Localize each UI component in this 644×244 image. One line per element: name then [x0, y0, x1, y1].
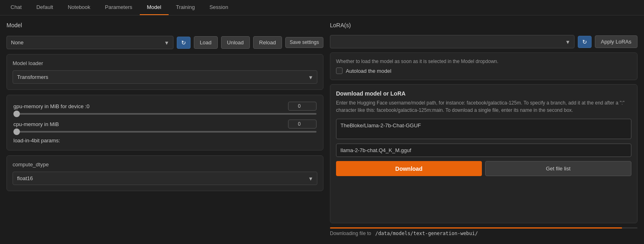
autoload-hint: Whether to load the model as soon as it … [336, 59, 631, 64]
save-settings-button[interactable]: Save settings [285, 37, 323, 48]
tab-chat[interactable]: Chat [3, 0, 29, 15]
gpu-memory-slider[interactable] [13, 113, 317, 115]
autoload-label: Autoload the model [346, 68, 391, 74]
unload-button[interactable]: Unload [221, 36, 250, 49]
autoload-row: Autoload the model [336, 68, 631, 74]
lora-refresh-button[interactable]: ↻ [578, 36, 592, 48]
cpu-memory-header: cpu-memory in MiB [13, 120, 317, 129]
gpu-memory-header: gpu-memory in MiB for device :0 [13, 102, 317, 111]
compute-dtype-card: compute_dtype float16 ▼ [7, 155, 323, 191]
progress-path: /data/models/text-generation-webui/ [373, 230, 479, 237]
tab-default[interactable]: Default [29, 0, 60, 15]
gpu-memory-value-input[interactable] [288, 102, 317, 111]
compute-dtype-label: compute_dtype [13, 161, 317, 168]
model-refresh-button[interactable]: ↻ [177, 37, 191, 49]
download-actions: Download Get file list [336, 161, 631, 176]
filename-input[interactable] [336, 144, 631, 157]
compute-dtype-select[interactable]: float16 [13, 172, 317, 185]
autoload-card: Whether to load the model as soon as it … [330, 52, 637, 80]
main-layout: Model None ▼ ↻ Load Unload Reload Save s… [0, 15, 644, 243]
model-select[interactable]: None [7, 36, 173, 49]
model-path-input[interactable]: TheBloke/Llama-2-7b-Chat-GGUF [336, 119, 631, 139]
progress-bar-track [330, 227, 637, 229]
reload-button[interactable]: Reload [253, 36, 282, 49]
tab-parameters[interactable]: Parameters [98, 0, 139, 15]
download-title: Download model or LoRA [336, 90, 631, 97]
tab-training[interactable]: Training [169, 0, 202, 15]
model-section-label: Model [7, 22, 323, 28]
gpu-memory-row: gpu-memory in MiB for device :0 [13, 102, 317, 115]
model-select-wrap: None ▼ [7, 36, 173, 49]
tab-notebook[interactable]: Notebook [61, 0, 98, 15]
download-button[interactable]: Download [336, 161, 482, 176]
model-row: None ▼ ↻ Load Unload Reload Save setting… [7, 36, 323, 49]
sliders-card: gpu-memory in MiB for device :0 cpu-memo… [7, 95, 323, 150]
cpu-memory-row: cpu-memory in MiB [13, 120, 317, 133]
right-panel: LoRA(s) ▼ ↻ Apply LoRAs Whether to load … [330, 22, 637, 237]
load-button[interactable]: Load [194, 36, 218, 49]
cpu-memory-value-input[interactable] [288, 120, 317, 129]
loader-select-wrap: Transformers ▼ [13, 70, 317, 84]
progress-text: Downloading file to /data/models/text-ge… [330, 230, 637, 237]
progress-area: Downloading file to /data/models/text-ge… [330, 227, 637, 237]
progress-bar-fill [330, 227, 622, 229]
left-panel: Model None ▼ ↻ Load Unload Reload Save s… [7, 22, 323, 237]
apply-loras-button[interactable]: Apply LoRAs [595, 35, 637, 48]
cpu-memory-slider[interactable] [13, 131, 317, 133]
tab-session[interactable]: Session [202, 0, 235, 15]
load-4bit-label: load-in-4bit params: [13, 137, 317, 144]
download-hint: Enter the Hugging Face username/model pa… [336, 99, 631, 114]
download-model-card: Download model or LoRA Enter the Hugging… [330, 84, 637, 223]
top-nav: Chat Default Notebook Parameters Model T… [0, 0, 644, 15]
model-loader-label: Model loader [13, 60, 317, 66]
cpu-memory-label: cpu-memory in MiB [13, 121, 59, 127]
progress-label: Downloading file to [330, 231, 371, 236]
get-file-list-button[interactable]: Get file list [485, 161, 632, 176]
lora-section-label: LoRA(s) [330, 22, 637, 28]
lora-select[interactable] [330, 35, 575, 48]
gpu-memory-label: gpu-memory in MiB for device :0 [13, 103, 89, 109]
model-loader-card: Model loader Transformers ▼ [7, 54, 323, 90]
autoload-checkbox[interactable] [336, 68, 343, 74]
model-loader-select[interactable]: Transformers [13, 70, 317, 84]
tab-model[interactable]: Model [140, 0, 169, 15]
lora-row: ▼ ↻ Apply LoRAs [330, 35, 637, 48]
